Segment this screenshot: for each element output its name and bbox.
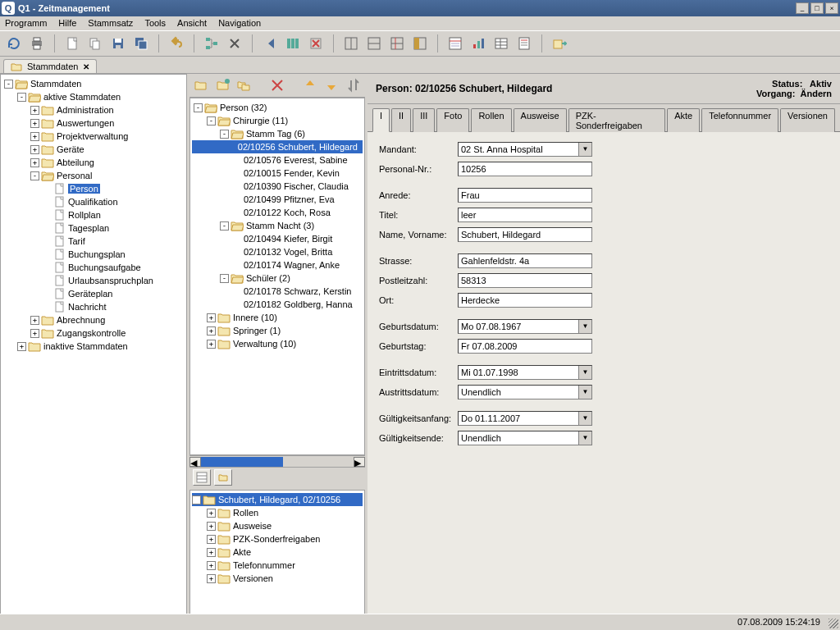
form-tab-akte[interactable]: Akte: [667, 108, 700, 132]
tree-item[interactable]: Person: [2, 182, 185, 195]
tool-view3-icon[interactable]: [388, 34, 406, 52]
tree-item[interactable]: +inaktive Stammdaten: [2, 340, 185, 353]
tree-item[interactable]: Nachricht: [2, 300, 185, 313]
form-tab-ausweise[interactable]: Ausweise: [514, 108, 567, 132]
menu-navigation[interactable]: Navigation: [218, 18, 261, 28]
expand-toggle[interactable]: +: [30, 316, 39, 325]
expand-toggle[interactable]: +: [30, 119, 39, 128]
form-tab-telefonnummer[interactable]: Telefonnummer: [701, 108, 778, 132]
expand-toggle[interactable]: +: [207, 561, 216, 570]
new-folder-icon[interactable]: [193, 76, 209, 94]
expand-toggle[interactable]: [233, 300, 242, 309]
tree-item[interactable]: -Stamm Tag (6): [192, 127, 363, 140]
move-up-icon[interactable]: [302, 76, 318, 94]
expand-toggle[interactable]: -: [30, 171, 39, 180]
tree-item[interactable]: Tagesplan: [2, 221, 185, 235]
tree-item[interactable]: 02/10174 Wagner, Anke: [192, 258, 363, 272]
expand-toggle[interactable]: +: [207, 313, 216, 322]
detail-item[interactable]: +Ausweise: [192, 519, 363, 532]
expand-toggle[interactable]: [233, 182, 242, 191]
tool-copy-icon[interactable]: [86, 34, 104, 52]
expand-toggle[interactable]: +: [207, 509, 216, 518]
tree-item[interactable]: 02/10178 Schwarz, Kerstin: [192, 285, 363, 298]
detail-root[interactable]: - Schubert, Hildegard, 02/10256: [192, 493, 363, 506]
expand-toggle[interactable]: [233, 195, 242, 204]
anrede-field[interactable]: Frau: [458, 188, 592, 203]
tree-item[interactable]: 02/10122 Koch, Rosa: [192, 206, 363, 219]
chevron-down-icon[interactable]: ▼: [578, 412, 591, 425]
tool-chart-icon[interactable]: [469, 34, 487, 52]
menu-hilfe[interactable]: Hilfe: [58, 18, 76, 28]
tree-item[interactable]: 02/10015 Fender, Kevin: [192, 167, 363, 180]
expand-toggle[interactable]: +: [30, 158, 39, 167]
detail-tree[interactable]: - Schubert, Hildegard, 02/10256 +Rollen+…: [189, 490, 365, 630]
chevron-down-icon[interactable]: ▼: [578, 320, 591, 333]
tool-columns-icon[interactable]: [284, 34, 302, 52]
detail-item[interactable]: +PZK-Sonderfreigaben: [192, 532, 363, 546]
form-tab-rollen[interactable]: Rollen: [471, 108, 511, 132]
form-tab-i[interactable]: I: [372, 108, 390, 132]
tool-new-icon[interactable]: [63, 34, 81, 52]
tool-save-icon[interactable]: [109, 34, 127, 52]
expand-toggle[interactable]: +: [207, 535, 216, 544]
ort-field[interactable]: Herdecke: [458, 293, 592, 308]
tool-form-icon[interactable]: [446, 34, 464, 52]
expand-toggle[interactable]: +: [207, 548, 216, 557]
tool-first-icon[interactable]: [261, 34, 279, 52]
view-list-icon[interactable]: [193, 469, 211, 486]
tool-view1-icon[interactable]: [342, 34, 360, 52]
expand-toggle[interactable]: [43, 276, 52, 285]
expand-toggle[interactable]: [43, 237, 52, 246]
tree-item[interactable]: -Person (32): [192, 101, 363, 114]
gueltig-anfang-field[interactable]: Do 01.11.2007▼: [458, 411, 592, 426]
expand-toggle[interactable]: [43, 211, 52, 220]
expand-toggle[interactable]: +: [207, 574, 216, 583]
form-tab-foto[interactable]: Foto: [436, 108, 469, 132]
detail-item[interactable]: +Akte: [192, 546, 363, 559]
tree-item[interactable]: Buchungsaufgabe: [2, 261, 185, 274]
tree-item[interactable]: +Geräte: [2, 143, 185, 156]
tree-item[interactable]: -aktive Stammdaten: [2, 90, 185, 103]
detail-item[interactable]: +Telefonnummer: [192, 559, 363, 572]
tree-item[interactable]: 02/10576 Everest, Sabine: [192, 153, 363, 167]
tree-item[interactable]: +Auswertungen: [2, 116, 185, 130]
tool-saveall-icon[interactable]: [132, 34, 150, 52]
expand-toggle[interactable]: [43, 250, 52, 259]
tool-undo-icon[interactable]: [167, 34, 185, 52]
detail-item[interactable]: +Rollen: [192, 506, 363, 519]
form-tab-iii[interactable]: III: [413, 108, 435, 132]
chevron-down-icon[interactable]: ▼: [578, 366, 591, 379]
expand-toggle[interactable]: [233, 235, 242, 244]
chevron-down-icon[interactable]: ▼: [578, 431, 591, 445]
tab-close-icon[interactable]: ✕: [83, 62, 89, 71]
new-subfolder-icon[interactable]: [214, 76, 231, 94]
tree-item[interactable]: -Stamm Nacht (3): [192, 219, 363, 232]
expand-toggle[interactable]: [43, 290, 52, 299]
personalnr-field[interactable]: 10256: [458, 162, 592, 176]
expand-toggle[interactable]: -: [220, 274, 229, 283]
tree-item[interactable]: +Abteilung: [2, 156, 185, 169]
expand-toggle[interactable]: +: [207, 326, 216, 336]
tree-item[interactable]: Urlaubsanspruchplan: [2, 274, 185, 287]
tool-view4-icon[interactable]: [411, 34, 429, 52]
tool-delete-icon[interactable]: [226, 34, 244, 52]
maximize-button[interactable]: □: [810, 2, 824, 14]
tree-item[interactable]: +Springer (1): [192, 324, 363, 337]
expand-toggle[interactable]: -: [220, 221, 229, 231]
tool-print-icon[interactable]: [28, 34, 46, 52]
geburtstag-field[interactable]: Fr 07.08.2009: [458, 339, 592, 354]
horizontal-scrollbar[interactable]: ◀ ▶: [189, 455, 365, 467]
expand-toggle[interactable]: +: [207, 522, 216, 531]
tree-item[interactable]: Rollplan: [2, 208, 185, 221]
expand-toggle[interactable]: [233, 208, 242, 217]
person-tree[interactable]: -Person (32)-Chirurgie (11)-Stamm Tag (6…: [189, 98, 365, 455]
close-button[interactable]: ×: [825, 2, 838, 14]
tool-export-icon[interactable]: [550, 34, 568, 52]
tree-item[interactable]: Qualifikation: [2, 195, 185, 208]
expand-toggle[interactable]: [233, 261, 242, 270]
tree-item[interactable]: 02/10132 Vogel, Britta: [192, 245, 363, 258]
tree-item[interactable]: +Projektverwaltung: [2, 130, 185, 143]
tool-delcol-icon[interactable]: [307, 34, 325, 52]
name-field[interactable]: Schubert, Hildegard: [458, 227, 592, 242]
expand-toggle[interactable]: +: [30, 329, 39, 338]
